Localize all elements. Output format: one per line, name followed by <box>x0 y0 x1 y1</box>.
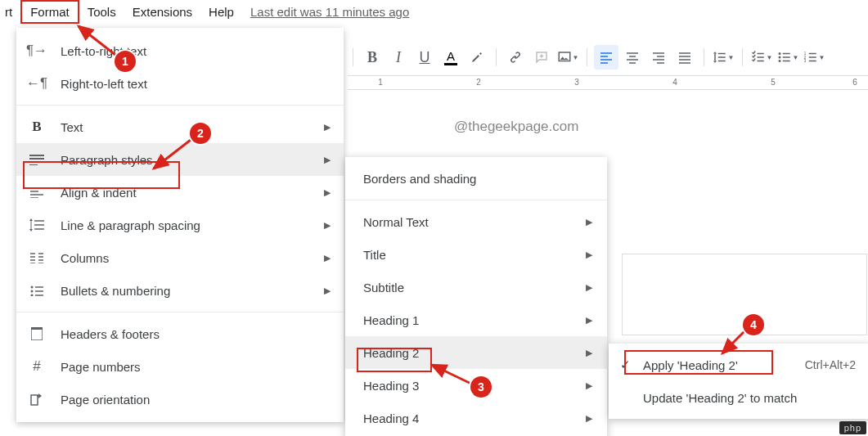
ruler-tick: 4 <box>672 78 677 87</box>
highlight-button[interactable] <box>465 45 489 70</box>
menu-item-label: Right-to-left text <box>61 77 147 91</box>
chevron-down-icon: ▼ <box>819 54 825 61</box>
menu-item-label: Heading 4 <box>363 411 419 425</box>
page-numbers-icon: # <box>28 357 46 375</box>
bold-button[interactable]: B <box>360 45 385 70</box>
menu-item-label: Heading 1 <box>363 313 419 327</box>
align-left-button[interactable] <box>594 45 618 70</box>
keyboard-shortcut: Ctrl+Alt+2 <box>805 358 856 371</box>
menu-help[interactable]: Help <box>200 2 242 22</box>
svg-text:3: 3 <box>803 59 806 63</box>
underline-button[interactable]: U <box>412 45 437 70</box>
toolbar-separator <box>704 48 704 66</box>
menu-item-label: Columns <box>61 251 109 265</box>
chevron-right-icon: ▶ <box>586 249 592 260</box>
menu-item-align-indent[interactable]: Align & indent ▶ <box>16 176 344 209</box>
chevron-right-icon: ▶ <box>586 380 592 391</box>
submenu-item-normal-text[interactable]: Normal Text ▶ <box>345 205 607 238</box>
update-heading-2-to-match[interactable]: Update 'Heading 2' to match <box>609 381 868 414</box>
menu-item-ltr[interactable]: ¶→ Left-to-right text <box>16 34 344 67</box>
submenu-item-subtitle[interactable]: Subtitle ▶ <box>345 271 607 303</box>
italic-button[interactable]: I <box>386 45 411 70</box>
menu-item-bullets-numbering[interactable]: Bullets & numbering ▶ <box>16 274 344 307</box>
menu-tools[interactable]: Tools <box>79 2 124 22</box>
insert-image-button[interactable]: ▼ <box>555 45 580 70</box>
submenu-item-borders-shading[interactable]: Borders and shading <box>345 162 607 195</box>
insert-link-button[interactable] <box>503 45 528 70</box>
menu-item-label: Subtitle <box>363 281 404 294</box>
menu-item-label: Normal Text <box>363 215 429 229</box>
menu-divider <box>16 105 344 106</box>
checklist-icon <box>751 50 766 65</box>
align-right-button[interactable] <box>646 45 671 70</box>
submenu-item-heading-1[interactable]: Heading 1 ▶ <box>345 303 607 336</box>
bullets-numbering-icon <box>28 281 46 299</box>
menu-format[interactable]: Format <box>20 0 79 24</box>
rtl-icon: ←¶ <box>28 74 46 92</box>
link-icon <box>508 50 523 65</box>
menu-item-headers-footers[interactable]: Headers & footers <box>16 317 344 350</box>
text-color-button[interactable]: A <box>438 45 463 70</box>
annotation-badge-4: 4 <box>743 314 764 335</box>
line-spacing-button[interactable]: ▼ <box>711 45 735 70</box>
bold-icon: B <box>28 118 46 136</box>
chevron-down-icon: ▼ <box>728 54 735 61</box>
ruler-tick: 5 <box>771 78 776 87</box>
submenu-item-heading-4[interactable]: Heading 4 ▶ <box>345 402 607 434</box>
chevron-right-icon: ▶ <box>324 155 331 165</box>
menu-extensions[interactable]: Extensions <box>124 2 200 22</box>
menu-item-label: Paragraph styles <box>61 153 153 167</box>
align-justify-button[interactable] <box>672 45 697 70</box>
format-menu: ¶→ Left-to-right text ←¶ Right-to-left t… <box>16 28 344 422</box>
annotation-badge-1: 1 <box>115 51 136 72</box>
chevron-right-icon: ▶ <box>586 217 592 227</box>
align-right-icon <box>652 51 665 64</box>
menu-item-label: Heading 2 <box>363 346 419 360</box>
toolbar-separator <box>353 48 353 66</box>
ruler-tick: 2 <box>476 78 481 87</box>
mention-placeholder: @thegeekpage.com <box>454 119 578 135</box>
menu-item-label: Borders and shading <box>363 172 476 186</box>
svg-point-1 <box>778 52 780 55</box>
menu-cutoff: rt <box>2 2 20 22</box>
menu-item-page-numbers[interactable]: # Page numbers <box>16 350 344 383</box>
menu-item-label: Headers & footers <box>61 327 160 341</box>
svg-rect-11 <box>31 327 43 330</box>
chevron-right-icon: ▶ <box>324 220 331 231</box>
align-center-button[interactable] <box>620 45 645 70</box>
annotation-badge-2: 2 <box>190 123 211 144</box>
bulleted-list-button[interactable]: ▼ <box>776 45 800 70</box>
submenu-item-title[interactable]: Title ▶ <box>345 238 607 271</box>
align-justify-icon <box>678 51 691 64</box>
chevron-right-icon: ▶ <box>324 285 331 296</box>
menu-item-label: Page numbers <box>61 360 141 374</box>
menu-divider <box>16 312 344 312</box>
chevron-down-icon: ▼ <box>767 54 773 61</box>
svg-point-3 <box>778 60 780 62</box>
menu-item-label: Title <box>363 248 386 262</box>
checklist-button[interactable]: ▼ <box>749 45 774 70</box>
chevron-right-icon: ▶ <box>586 282 592 293</box>
ruler-tick: 1 <box>378 78 383 87</box>
chevron-down-icon: ▼ <box>573 54 579 61</box>
menu-item-page-orientation[interactable]: Page orientation <box>16 383 344 416</box>
page-orientation-icon <box>28 390 46 408</box>
line-spacing-icon <box>28 216 46 234</box>
comment-icon <box>534 50 549 65</box>
check-icon: ✓ <box>620 357 636 372</box>
align-indent-icon <box>28 183 46 201</box>
menu-item-columns[interactable]: Columns ▶ <box>16 241 344 274</box>
ruler: 1 2 3 4 5 6 <box>348 75 868 90</box>
menu-item-line-spacing[interactable]: Line & paragraph spacing ▶ <box>16 209 344 241</box>
ruler-tick: 6 <box>852 78 857 87</box>
chevron-right-icon: ▶ <box>324 122 331 133</box>
comment-button[interactable] <box>529 45 554 70</box>
paragraph-styles-icon <box>28 151 46 169</box>
numbered-list-icon: 123 <box>803 50 818 65</box>
last-edit-link[interactable]: Last edit was 11 minutes ago <box>250 5 409 19</box>
numbered-list-button[interactable]: 123 ▼ <box>802 45 826 70</box>
align-center-icon <box>626 51 639 64</box>
headers-footers-icon <box>28 325 46 343</box>
chevron-right-icon: ▶ <box>324 187 331 198</box>
menu-item-rtl[interactable]: ←¶ Right-to-left text <box>16 67 344 100</box>
